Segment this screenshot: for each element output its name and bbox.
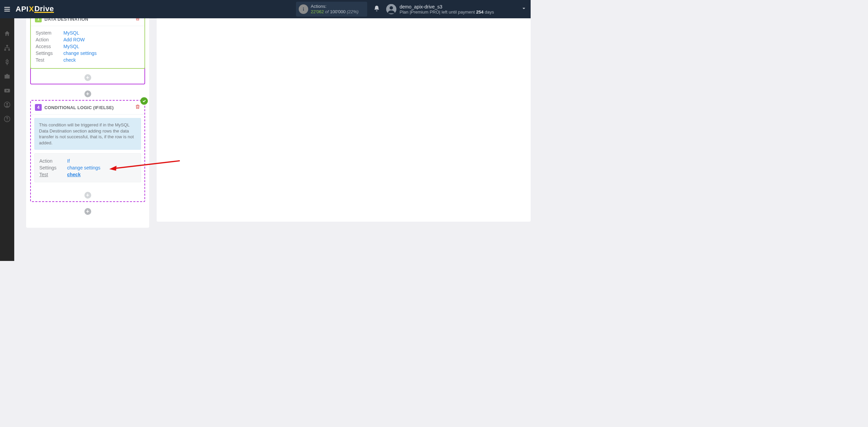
- actions-used: 22'062: [311, 9, 324, 14]
- header: APIXDrive Actions: 22'062 of 100'000 (22…: [0, 0, 531, 18]
- info-box: This condition will be triggered if in t…: [34, 118, 141, 150]
- info-icon: [299, 4, 308, 14]
- sidebar-item-video[interactable]: [0, 84, 14, 97]
- check-icon: [142, 99, 146, 103]
- add-step-row: +: [31, 186, 144, 201]
- logo-x: X: [29, 5, 34, 14]
- notifications-button[interactable]: [373, 5, 380, 13]
- label-settings: Settings: [39, 165, 67, 170]
- svg-rect-9: [8, 49, 10, 50]
- actions-counter[interactable]: Actions: 22'062 of 100'000 (22%): [296, 2, 367, 17]
- label-test: Test: [39, 172, 67, 177]
- data-destination-card-outer: 1 DATA DESTINATION SystemMySQL ActionAdd…: [30, 12, 145, 84]
- dollar-icon: [4, 59, 11, 65]
- hamburger-button[interactable]: [0, 0, 14, 18]
- sidebar-item-home[interactable]: [0, 27, 14, 40]
- main-content: 1 DATA DESTINATION SystemMySQL ActionAdd…: [14, 18, 531, 261]
- user-menu-toggle[interactable]: [521, 6, 527, 13]
- actions-pct: (22%): [347, 9, 359, 14]
- youtube-icon: [4, 87, 11, 94]
- home-icon: [4, 30, 11, 37]
- add-step-button[interactable]: +: [84, 192, 91, 199]
- sidebar-item-help[interactable]: [0, 112, 14, 126]
- briefcase-icon: [4, 73, 11, 80]
- bell-icon: [373, 5, 380, 12]
- trash-icon: [135, 104, 140, 109]
- card-body: SystemMySQL ActionAdd ROW AccessMySQL Se…: [31, 26, 144, 68]
- hamburger-icon: [3, 5, 11, 13]
- label-system: System: [36, 30, 63, 36]
- label-settings: Settings: [36, 50, 63, 56]
- link-settings[interactable]: change settings: [67, 165, 100, 170]
- user-circle-icon: [4, 101, 11, 108]
- link-action[interactable]: Add ROW: [63, 37, 85, 42]
- detail-panel: [157, 12, 531, 222]
- svg-rect-7: [6, 45, 8, 46]
- sidebar-item-billing[interactable]: [0, 55, 14, 69]
- sidebar-item-connections[interactable]: [0, 41, 14, 55]
- card-header: 4 CONDITIONAL LOGIC (IF/ELSE): [31, 101, 144, 115]
- actions-of: of: [325, 9, 329, 14]
- add-step-row: +: [31, 68, 144, 84]
- link-action[interactable]: If: [67, 158, 70, 164]
- logo[interactable]: APIXDrive: [16, 5, 54, 14]
- conditional-logic-card: 4 CONDITIONAL LOGIC (IF/ELSE) This condi…: [30, 100, 145, 202]
- sidebar-item-account[interactable]: [0, 98, 14, 111]
- card-number-badge: 4: [35, 104, 42, 111]
- label-action: Action: [39, 158, 67, 164]
- success-badge: [140, 97, 148, 105]
- label-action: Action: [36, 37, 63, 42]
- card-title: CONDITIONAL LOGIC (IF/ELSE): [44, 105, 135, 110]
- actions-total: 100'000: [330, 9, 346, 14]
- svg-rect-1: [4, 9, 10, 9]
- svg-point-14: [7, 120, 7, 121]
- delete-button[interactable]: [135, 104, 140, 111]
- svg-point-6: [390, 6, 393, 9]
- logo-text-a: API: [16, 5, 28, 14]
- help-icon: [4, 116, 11, 122]
- link-test[interactable]: check: [63, 57, 76, 63]
- add-block-button[interactable]: +: [84, 90, 91, 97]
- svg-rect-4: [303, 9, 304, 11]
- sitemap-icon: [4, 44, 11, 51]
- user-text: demo_apix-drive_s3 Plan |Premium PRO| le…: [400, 4, 494, 15]
- link-settings[interactable]: change settings: [63, 50, 97, 56]
- label-access: Access: [36, 44, 63, 49]
- avatar: [386, 4, 396, 14]
- svg-point-3: [303, 7, 304, 8]
- add-step-button[interactable]: +: [84, 74, 91, 81]
- add-block-row: +: [30, 84, 145, 100]
- actions-label: Actions:: [311, 4, 359, 9]
- username: demo_apix-drive_s3: [400, 4, 494, 9]
- label-test: Test: [36, 57, 63, 63]
- sidebar-item-toolbox[interactable]: [0, 69, 14, 83]
- link-access[interactable]: MySQL: [63, 44, 79, 49]
- svg-rect-0: [4, 7, 10, 8]
- user-menu[interactable]: demo_apix-drive_s3 Plan |Premium PRO| le…: [386, 4, 494, 15]
- data-destination-card: 1 DATA DESTINATION SystemMySQL ActionAdd…: [30, 12, 145, 69]
- link-test[interactable]: check: [67, 172, 81, 177]
- svg-rect-2: [4, 11, 10, 12]
- plan-line: Plan |Premium PRO| left until payment 25…: [400, 9, 494, 15]
- card-body: ActionIf Settingschange settings Testche…: [34, 153, 141, 182]
- workflow-column: 1 DATA DESTINATION SystemMySQL ActionAdd…: [26, 12, 149, 228]
- sidebar: [0, 18, 14, 261]
- svg-point-12: [6, 103, 8, 105]
- svg-rect-8: [4, 49, 6, 50]
- actions-text: Actions: 22'062 of 100'000 (22%): [311, 4, 359, 15]
- logo-text-b: Drive: [34, 5, 54, 13]
- add-block-button[interactable]: +: [84, 208, 91, 215]
- add-block-row: +: [30, 202, 145, 218]
- link-system[interactable]: MySQL: [63, 30, 79, 36]
- chevron-down-icon: [521, 6, 527, 11]
